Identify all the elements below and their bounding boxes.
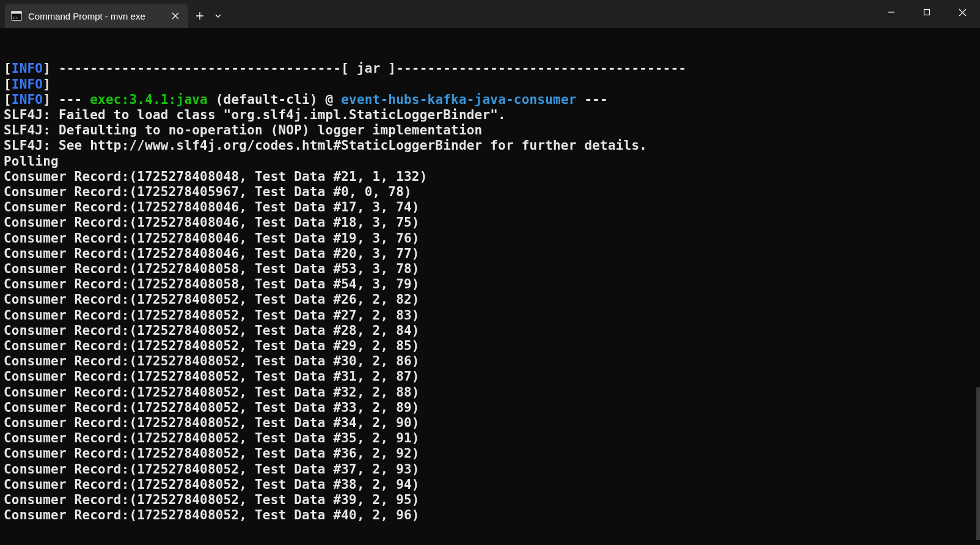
terminal-line: Polling xyxy=(4,154,976,169)
terminal-line: Consumer Record:(1725278408046, Test Dat… xyxy=(4,215,976,230)
terminal-line: SLF4J: Failed to load class "org.slf4j.i… xyxy=(4,108,976,123)
terminal-line: Consumer Record:(1725278408052, Test Dat… xyxy=(4,385,976,400)
terminal-line: Consumer Record:(1725278405967, Test Dat… xyxy=(4,185,976,200)
window-controls xyxy=(874,1,980,28)
new-tab-button[interactable] xyxy=(191,7,209,25)
maximize-button[interactable] xyxy=(909,1,945,23)
close-tab-button[interactable] xyxy=(166,7,185,25)
tab-title: Command Prompt - mvn exe xyxy=(28,11,160,21)
terminal-line: Consumer Record:(1725278408052, Test Dat… xyxy=(4,369,976,384)
terminal-line: Consumer Record:(1725278408046, Test Dat… xyxy=(4,231,976,246)
titlebar-drag-region[interactable] xyxy=(227,0,874,28)
terminal-line: Consumer Record:(1725278408058, Test Dat… xyxy=(4,277,976,292)
terminal-line: Consumer Record:(1725278408058, Test Dat… xyxy=(4,262,976,277)
minimize-button[interactable] xyxy=(874,1,909,23)
terminal-line: Consumer Record:(1725278408052, Test Dat… xyxy=(4,308,976,323)
terminal-line: Consumer Record:(1725278408052, Test Dat… xyxy=(4,292,976,307)
terminal-line: Consumer Record:(1725278408052, Test Dat… xyxy=(4,492,976,508)
scrollbar-thumb[interactable] xyxy=(976,387,980,540)
svg-text:C:\: C:\ xyxy=(13,15,18,20)
terminal-line: Consumer Record:(1725278408052, Test Dat… xyxy=(4,508,976,523)
svg-rect-1 xyxy=(12,12,22,14)
terminal-line: Consumer Record:(1725278408052, Test Dat… xyxy=(4,446,976,461)
terminal-line: Consumer Record:(1725278408052, Test Dat… xyxy=(4,400,976,415)
terminal-line: Consumer Record:(1725278408052, Test Dat… xyxy=(4,477,976,492)
terminal-output[interactable]: [INFO] ---------------------------------… xyxy=(0,28,980,545)
terminal-line: Consumer Record:(1725278408052, Test Dat… xyxy=(4,462,976,477)
terminal-line: SLF4J: Defaulting to no-operation (NOP) … xyxy=(4,123,976,138)
terminal-line: Consumer Record:(1725278408046, Test Dat… xyxy=(4,246,976,262)
terminal-line: Consumer Record:(1725278408052, Test Dat… xyxy=(4,354,976,369)
cmd-icon: C:\ xyxy=(11,10,22,21)
svg-rect-3 xyxy=(924,10,930,15)
terminal-line: Consumer Record:(1725278408052, Test Dat… xyxy=(4,338,976,354)
terminal-line: [INFO] ---------------------------------… xyxy=(4,61,976,76)
close-window-button[interactable] xyxy=(945,1,980,23)
terminal-line: Consumer Record:(1725278408052, Test Dat… xyxy=(4,431,976,446)
terminal-line: Consumer Record:(1725278408048, Test Dat… xyxy=(4,169,976,185)
window-titlebar: C:\ Command Prompt - mvn exe xyxy=(0,0,980,28)
terminal-line: Consumer Record:(1725278408052, Test Dat… xyxy=(4,415,976,431)
tab-actions xyxy=(191,4,227,28)
terminal-line: [INFO] --- exec:3.4.1:java (default-cli)… xyxy=(4,92,976,108)
tab-dropdown-button[interactable] xyxy=(209,7,227,25)
terminal-line: [INFO] xyxy=(4,77,976,92)
terminal-line: SLF4J: See http://www.slf4j.org/codes.ht… xyxy=(4,138,976,153)
terminal-line: Consumer Record:(1725278408046, Test Dat… xyxy=(4,200,976,215)
terminal-line: Consumer Record:(1725278408052, Test Dat… xyxy=(4,323,976,338)
terminal-tab[interactable]: C:\ Command Prompt - mvn exe xyxy=(5,4,188,28)
